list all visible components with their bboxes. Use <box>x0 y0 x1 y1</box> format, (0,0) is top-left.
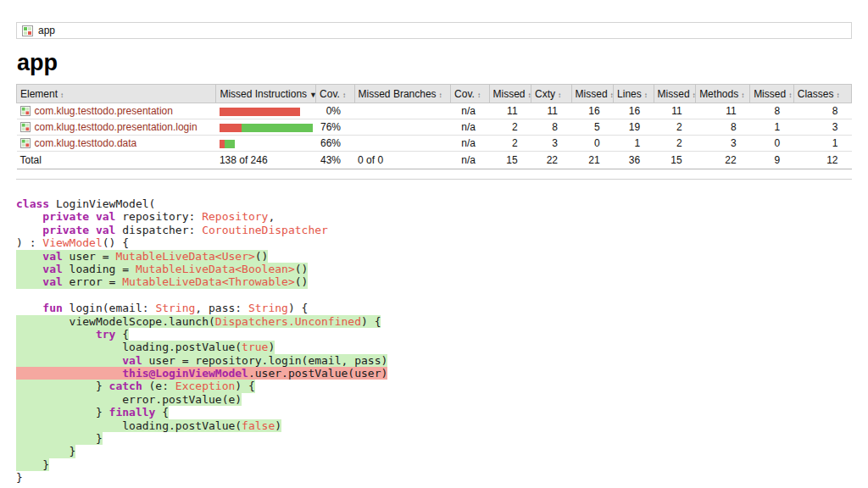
covered-line-highlight: } catch (e: Exception) { <box>16 380 255 392</box>
code-token: .user.postValue(user) <box>248 367 387 380</box>
code-token: } <box>16 458 49 471</box>
type-token: Dispatchers.Unconfined <box>215 315 361 328</box>
plain-line: ) : ViewModel() { <box>16 236 129 249</box>
code-token <box>16 210 42 223</box>
code-line: private val repository: Repository, <box>16 210 852 223</box>
code-token: ) <box>275 419 281 432</box>
covered-line-highlight: viewModelScope.launch(Dispatchers.Unconf… <box>16 315 381 328</box>
column-header-classes-12[interactable]: Classes↕ <box>793 85 851 103</box>
column-header-label: Cov. <box>454 88 475 100</box>
lines: 16 <box>614 103 654 119</box>
covered-line-highlight: error.postValue(e) <box>16 393 242 406</box>
column-header-methods-10[interactable]: Methods↕ <box>696 85 750 103</box>
missed-lines: 5 <box>571 119 614 136</box>
package-link[interactable]: com.klug.testtodo.data <box>35 137 137 149</box>
keyword-token: catch <box>109 380 142 392</box>
code-token: user = repository.login(email, pass) <box>142 354 388 367</box>
column-header-missed-branches-3[interactable]: Missed Branches↕ <box>354 85 451 103</box>
total-missed-lines: 21 <box>571 152 614 169</box>
column-header-cov--4[interactable]: Cov.↕ <box>451 85 489 103</box>
column-header-missed-5[interactable]: Missed↕ <box>489 85 531 103</box>
column-header-missed-9[interactable]: Missed↕ <box>654 85 696 103</box>
column-header-cov--2[interactable]: Cov.↕ <box>316 85 354 103</box>
code-token: login(email: <box>63 302 156 314</box>
total-lines: 36 <box>614 152 654 169</box>
covered-line-highlight: loading.postValue(false) <box>16 419 281 432</box>
code-line: val error = MutableLiveData<Throwable>() <box>16 275 852 288</box>
code-token <box>16 275 42 288</box>
missed-branches-bar <box>354 119 451 136</box>
sortable-icon: ↕ <box>558 92 561 99</box>
missed-lines: 0 <box>571 136 614 152</box>
code-token: error = <box>63 275 122 288</box>
breadcrumb-item-app[interactable]: app <box>38 25 55 36</box>
column-header-label: Lines <box>617 88 642 100</box>
code-line: val user = repository.login(email, pass) <box>16 354 852 367</box>
code-token: viewModelScope.launch( <box>16 315 215 328</box>
type-token: String <box>155 302 195 314</box>
total-instructions: 138 of 246 <box>216 152 316 169</box>
column-header-label: Missed Branches <box>359 88 437 100</box>
jacoco-report-page: app app Element↕Missed Instructions▼Cov.… <box>0 0 868 485</box>
code-token: repository: <box>115 210 202 223</box>
code-token: ) <box>268 341 275 353</box>
total-cxty: 22 <box>531 152 571 169</box>
code-line: } <box>16 445 852 458</box>
coverage-table-body: com.klug.testtodo.presentation0%n/a11111… <box>17 103 852 152</box>
covered-line-highlight: } finally { <box>16 406 169 419</box>
sortable-icon: ↕ <box>836 92 839 99</box>
column-header-missed-7[interactable]: Missed↕ <box>571 85 614 103</box>
keyword-token: private <box>42 210 89 223</box>
column-header-missed-instructions-1[interactable]: Missed Instructions▼ <box>216 85 316 103</box>
total-label: Total <box>17 152 216 169</box>
keyword-token: try <box>96 328 115 341</box>
code-line: val user = MutableLiveData<User>() <box>16 250 852 263</box>
footer-divider <box>16 179 852 180</box>
code-token <box>16 302 42 314</box>
missed-instructions-bar <box>216 103 316 119</box>
type-token: Repository <box>202 210 268 223</box>
column-header-label: Methods <box>699 88 738 100</box>
keyword-token: val <box>96 224 115 236</box>
missed-methods: 11 <box>654 103 696 119</box>
missed-instructions-bar <box>216 136 316 152</box>
covered-line-highlight: try { <box>16 328 129 341</box>
sortable-icon: ↕ <box>788 92 792 99</box>
total-methods: 22 <box>696 152 750 169</box>
column-header-lines-8[interactable]: Lines↕ <box>614 85 654 103</box>
column-header-label: Missed Instructions <box>220 88 307 100</box>
sortable-icon: ↕ <box>342 92 346 99</box>
page-title: app <box>17 50 852 76</box>
lines: 1 <box>614 136 654 152</box>
keyword-token: finally <box>109 406 156 419</box>
keyword-token: val <box>42 263 62 275</box>
type-token: CoroutineDispatcher <box>202 224 328 236</box>
code-token: } <box>16 471 23 484</box>
code-token: , pass: <box>195 302 248 314</box>
type-token: String <box>248 302 288 314</box>
code-token: loading = <box>63 263 136 275</box>
column-header-element-0[interactable]: Element↕ <box>17 85 216 103</box>
code-token: ) { <box>288 302 308 314</box>
total-classes: 12 <box>793 152 851 169</box>
classes: 1 <box>793 136 851 152</box>
code-token: dispatcher: <box>115 224 202 236</box>
plain-line: fun login(email: String, pass: String) { <box>16 302 308 314</box>
type-token: MutableLiveData<User> <box>115 250 254 263</box>
code-token: LoginViewModel( <box>49 197 155 210</box>
classes: 3 <box>793 119 851 136</box>
code-token <box>16 328 96 341</box>
breadcrumb: app <box>16 22 852 39</box>
column-header-cxty-6[interactable]: Cxty↕ <box>531 85 571 103</box>
column-header-label: Element <box>20 88 58 100</box>
package-link[interactable]: com.klug.testtodo.presentation.login <box>35 121 198 133</box>
methods: 8 <box>696 119 750 136</box>
covered-line-highlight: val user = MutableLiveData<User>() <box>16 250 268 263</box>
package-link[interactable]: com.klug.testtodo.presentation <box>35 105 173 117</box>
lines: 19 <box>614 119 654 136</box>
column-header-missed-11[interactable]: Missed↕ <box>750 85 794 103</box>
keyword-token: class <box>16 197 49 210</box>
branch-coverage-percent: n/a <box>451 119 489 136</box>
code-token <box>16 224 42 236</box>
code-line <box>16 289 852 302</box>
